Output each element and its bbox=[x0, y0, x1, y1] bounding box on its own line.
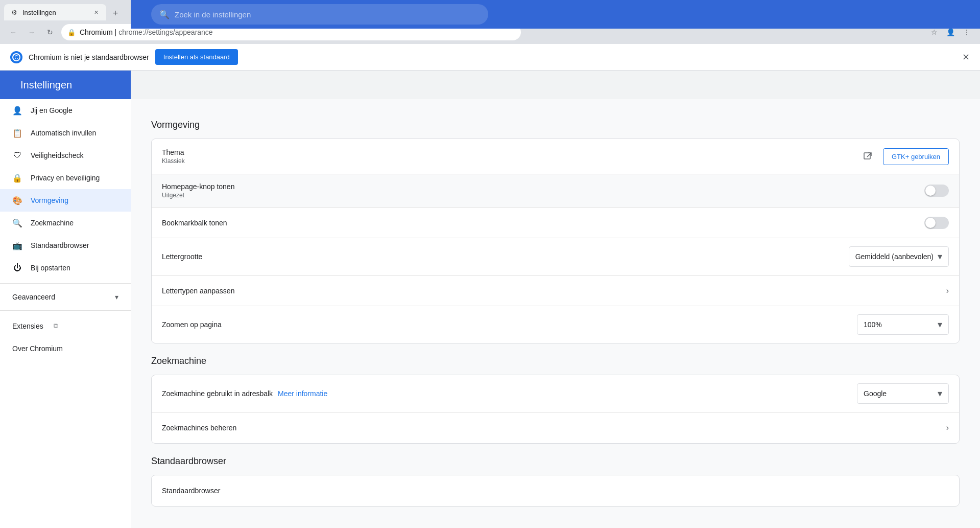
banner-close-button[interactable]: ✕ bbox=[962, 52, 970, 63]
chevron-right-icon: › bbox=[946, 423, 949, 432]
thema-row: Thema Klassiek GTK+ gebruiken bbox=[152, 139, 959, 174]
bookmarkbalk-row: Bookmarkbalk tonen bbox=[152, 208, 959, 238]
sidebar-item-jij-en-google[interactable]: 👤 Jij en Google bbox=[0, 99, 131, 122]
zoekmachines-beheren-row[interactable]: Zoekmachines beheren › bbox=[152, 412, 959, 443]
startup-icon: ⏻ bbox=[12, 263, 22, 273]
zoomen-label: Zoomen op pagina bbox=[162, 320, 857, 329]
search-input[interactable] bbox=[175, 10, 480, 19]
zoomen-value: 100% bbox=[864, 320, 882, 329]
sidebar: Instellingen 👤 Jij en Google 📋 Automatis… bbox=[0, 71, 131, 528]
homepage-knop-subtitle: Uitgezet bbox=[162, 192, 924, 199]
sidebar-item-label: Bij opstarten bbox=[31, 264, 70, 272]
sidebar-item-standaardbrowser[interactable]: 📺 Standaardbrowser bbox=[0, 234, 131, 257]
address-path: chrome://settings/appearance bbox=[118, 28, 212, 36]
lock-icon: 🔒 bbox=[12, 173, 22, 183]
sidebar-item-label: Standaardbrowser bbox=[31, 241, 89, 249]
main-layout: Instellingen 👤 Jij en Google 📋 Automatis… bbox=[0, 71, 980, 528]
geavanceerd-label: Geavanceerd bbox=[12, 293, 55, 301]
sidebar-item-bij-opstarten[interactable]: ⏻ Bij opstarten bbox=[0, 257, 131, 279]
chevron-down-icon: ▾ bbox=[938, 251, 942, 262]
forward-button[interactable]: → bbox=[25, 25, 39, 39]
lettergrootte-value: Gemiddeld (aanbevolen) bbox=[855, 252, 934, 261]
standaardbrowser-row[interactable]: Standaardbrowser bbox=[152, 475, 959, 506]
autofill-icon: 📋 bbox=[12, 128, 22, 138]
shield-icon: 🛡 bbox=[12, 150, 22, 160]
sidebar-item-privacy-en-beveiliging[interactable]: 🔒 Privacy en beveiliging bbox=[0, 167, 131, 189]
search-box[interactable]: 🔍 bbox=[151, 4, 488, 25]
sidebar-item-label: Automatisch invullen bbox=[31, 129, 96, 137]
meer-informatie-link[interactable]: Meer informatie bbox=[278, 389, 327, 398]
standaardbrowser-label: Standaardbrowser bbox=[162, 487, 949, 495]
zoomen-control: 100% ▾ bbox=[857, 314, 949, 335]
lettergrootte-title: Lettergrootte bbox=[162, 252, 849, 261]
gtk-button[interactable]: GTK+ gebruiken bbox=[883, 148, 949, 165]
toggle-thumb bbox=[925, 218, 936, 228]
lettergrootte-label: Lettergrootte bbox=[162, 252, 849, 261]
zoekmachines-beheren-label: Zoekmachines beheren bbox=[162, 424, 946, 432]
section-title-zoekmachine: Zoekmachine bbox=[151, 356, 960, 366]
zoekmachine-dropdown[interactable]: Google ▾ bbox=[857, 383, 949, 404]
sidebar-item-extensies[interactable]: Extensies ⧉ bbox=[0, 315, 131, 337]
standaardbrowser-title: Standaardbrowser bbox=[162, 487, 949, 495]
zoekmachines-beheren-title: Zoekmachines beheren bbox=[162, 424, 946, 432]
sidebar-divider-2 bbox=[0, 310, 131, 311]
settings-content: Vormgeving Thema Klassiek GTK+ gebruiken bbox=[131, 99, 980, 528]
settings-title: Instellingen bbox=[20, 79, 123, 91]
zoekmachine-adresbalk-row: Zoekmachine gebruikt in adresbalk Meer i… bbox=[152, 375, 959, 412]
vormgeving-card: Thema Klassiek GTK+ gebruiken Homepage-k… bbox=[151, 139, 960, 343]
default-browser-banner: C Chromium is niet je standaardbrowser I… bbox=[0, 44, 980, 71]
homepage-knop-toggle[interactable] bbox=[924, 185, 949, 197]
user-icon: 👤 bbox=[12, 105, 22, 116]
lock-icon: 🔒 bbox=[67, 29, 76, 36]
zoomen-dropdown[interactable]: 100% ▾ bbox=[857, 314, 949, 335]
homepage-knop-row: Homepage-knop tonen Uitgezet bbox=[152, 174, 959, 208]
zoekmachine-value: Google bbox=[864, 389, 887, 398]
lettertypen-row[interactable]: Lettertypen aanpassen › bbox=[152, 276, 959, 306]
section-title-vormgeving: Vormgeving bbox=[151, 120, 960, 130]
tab-title: Instellingen bbox=[22, 9, 88, 16]
thema-label: Thema Klassiek bbox=[162, 148, 858, 165]
lettergrootte-control: Gemiddeld (aanbevolen) ▾ bbox=[849, 246, 949, 267]
lettergrootte-dropdown[interactable]: Gemiddeld (aanbevolen) ▾ bbox=[849, 246, 949, 267]
zoekmachine-card: Zoekmachine gebruikt in adresbalk Meer i… bbox=[151, 375, 960, 444]
address-domain: Chromium bbox=[80, 28, 113, 36]
zoekmachines-beheren-control: › bbox=[946, 423, 949, 432]
sidebar-item-over-chromium[interactable]: Over Chromium bbox=[0, 337, 131, 360]
sidebar-item-label: Veiligheidscheck bbox=[31, 151, 84, 159]
reload-button[interactable]: ↻ bbox=[43, 25, 57, 39]
browser-icon: 📺 bbox=[12, 240, 22, 250]
zoekmachine-adresbalk-label: Zoekmachine gebruikt in adresbalk Meer i… bbox=[162, 389, 857, 398]
zoekmachine-adresbalk-title: Zoekmachine gebruikt in adresbalk Meer i… bbox=[162, 389, 857, 398]
lettergrootte-row: Lettergrootte Gemiddeld (aanbevolen) ▾ bbox=[152, 238, 959, 276]
toggle-thumb bbox=[925, 186, 936, 196]
thema-external-link-icon[interactable] bbox=[858, 147, 877, 166]
search-icon: 🔍 bbox=[159, 10, 170, 19]
tab-close-button[interactable]: ✕ bbox=[92, 8, 100, 16]
sidebar-item-veiligheidscheck[interactable]: 🛡 Veiligheidscheck bbox=[0, 144, 131, 167]
sidebar-item-zoekmachine[interactable]: 🔍 Zoekmachine bbox=[0, 212, 131, 234]
zoekmachine-adresbalk-control: Google ▾ bbox=[857, 383, 949, 404]
thema-controls: GTK+ gebruiken bbox=[858, 147, 949, 166]
sidebar-item-vormgeving[interactable]: 🎨 Vormgeving bbox=[0, 189, 131, 212]
svg-rect-2 bbox=[864, 153, 870, 159]
address-text: Chromium | chrome://settings/appearance bbox=[80, 28, 213, 36]
extensies-label: Extensies bbox=[12, 322, 43, 330]
thema-subtitle: Klassiek bbox=[162, 157, 858, 165]
active-tab[interactable]: ⚙ Instellingen ✕ bbox=[4, 4, 106, 20]
lettertypen-title: Lettertypen aanpassen bbox=[162, 287, 946, 295]
tab-favicon: ⚙ bbox=[10, 8, 18, 16]
bookmarkbalk-label: Bookmarkbalk tonen bbox=[162, 219, 924, 227]
sidebar-item-label: Privacy en beveiliging bbox=[31, 174, 100, 182]
over-chromium-label: Over Chromium bbox=[12, 345, 63, 353]
new-tab-button[interactable]: + bbox=[108, 6, 123, 20]
homepage-knop-title: Homepage-knop tonen bbox=[162, 182, 924, 191]
sidebar-item-automatisch-invullen[interactable]: 📋 Automatisch invullen bbox=[0, 122, 131, 144]
back-button[interactable]: ← bbox=[6, 25, 20, 39]
sidebar-item-label: Zoekmachine bbox=[31, 219, 74, 227]
banner-icon: C bbox=[10, 51, 22, 63]
appearance-icon: 🎨 bbox=[12, 195, 22, 205]
external-link-icon: ⧉ bbox=[54, 322, 58, 330]
sidebar-geavanceerd[interactable]: Geavanceerd ▾ bbox=[0, 288, 131, 306]
set-default-button[interactable]: Instellen als standaard bbox=[155, 49, 238, 65]
bookmarkbalk-toggle[interactable] bbox=[924, 217, 949, 229]
